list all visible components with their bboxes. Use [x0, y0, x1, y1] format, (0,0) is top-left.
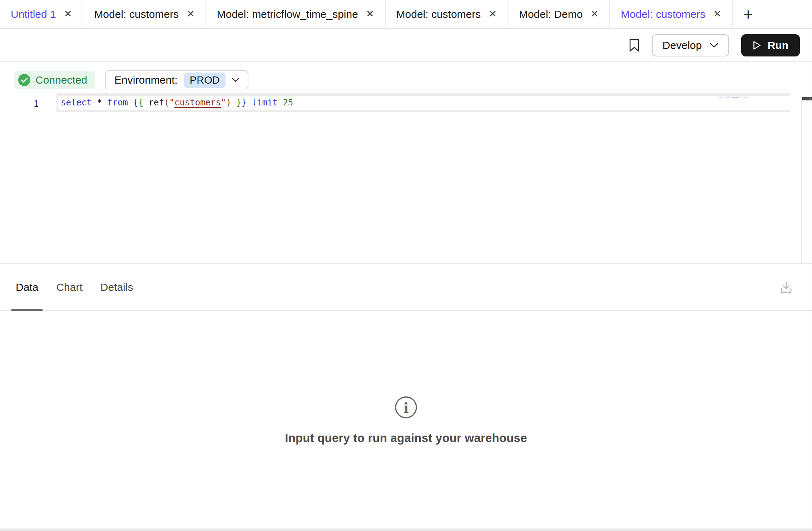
- tab-model-customers-1[interactable]: Model: customers ✕: [83, 0, 206, 28]
- tab-label: Model: Demo: [519, 8, 583, 20]
- bookmark-icon: [629, 39, 640, 52]
- environment-value-badge: PROD: [184, 73, 226, 88]
- environment-label: Environment:: [114, 74, 178, 86]
- close-icon[interactable]: ✕: [64, 9, 72, 19]
- develop-button-label: Develop: [663, 39, 702, 51]
- play-icon: [753, 41, 761, 50]
- develop-button[interactable]: Develop: [652, 34, 729, 56]
- connection-status-label: Connected: [35, 74, 87, 86]
- chevron-down-icon: [710, 43, 718, 48]
- download-icon: [780, 281, 792, 294]
- tab-data-label: Data: [16, 281, 38, 293]
- tab-model-demo[interactable]: Model: Demo ✕: [508, 0, 610, 28]
- tab-label: Model: customers: [621, 8, 705, 20]
- tab-chart[interactable]: Chart: [52, 264, 86, 310]
- check-circle-icon: [18, 74, 30, 86]
- editor-tab-bar: Untitled 1 ✕ Model: customers ✕ Model: m…: [0, 0, 812, 29]
- add-tab-button[interactable]: +: [733, 0, 763, 28]
- code-line-content[interactable]: select * from {{ ref("customers") }} lim…: [61, 96, 293, 110]
- empty-state-message: Input query to run against your warehous…: [285, 431, 527, 445]
- tab-details-label: Details: [100, 281, 133, 293]
- tab-model-customers-2[interactable]: Model: customers ✕: [386, 0, 508, 28]
- line-number-gutter: 1: [0, 96, 39, 112]
- empty-results-state: i Input query to run against your wareho…: [0, 396, 812, 445]
- line-number: 1: [34, 99, 39, 109]
- tab-label: Untitled 1: [11, 8, 56, 20]
- tab-details[interactable]: Details: [96, 264, 138, 310]
- tab-label: Model: metricflow_time_spine: [217, 8, 358, 20]
- tab-label: Model: customers: [396, 8, 481, 20]
- tab-model-customers-3[interactable]: Model: customers ✕: [610, 0, 733, 28]
- close-icon[interactable]: ✕: [590, 9, 599, 19]
- minimap-code-line: select * from {{ ref("customers") }} lim…: [719, 96, 799, 98]
- tab-data[interactable]: Data: [11, 264, 43, 310]
- editor-minimap[interactable]: select * from {{ ref("customers") }} lim…: [719, 96, 801, 111]
- svg-text:i: i: [403, 399, 409, 416]
- close-icon[interactable]: ✕: [366, 9, 374, 19]
- page-scrollbar-track[interactable]: [811, 30, 811, 528]
- download-results-button[interactable]: [780, 281, 792, 294]
- run-button[interactable]: Run: [741, 34, 800, 56]
- environment-selector[interactable]: Environment: PROD: [105, 70, 248, 90]
- ide-window: Untitled 1 ✕ Model: customers ✕ Model: m…: [0, 0, 812, 531]
- tab-model-metricflow-time-spine[interactable]: Model: metricflow_time_spine ✕: [206, 0, 386, 28]
- status-row: Connected Environment: PROD: [14, 70, 248, 90]
- close-icon[interactable]: ✕: [489, 9, 497, 19]
- bottom-panel-edge: [0, 528, 812, 531]
- chevron-down-icon: [232, 78, 239, 82]
- close-icon[interactable]: ✕: [187, 9, 195, 19]
- connection-status-badge: Connected: [14, 71, 95, 89]
- active-line-background: select * from {{ ref("customers") }} lim…: [58, 96, 790, 110]
- results-panel-body: i Input query to run against your wareho…: [0, 312, 812, 528]
- tab-label: Model: customers: [94, 8, 179, 20]
- bookmark-button[interactable]: [629, 39, 640, 52]
- toolbar: Develop Run: [0, 30, 812, 62]
- sql-code-editor[interactable]: 1 select * from {{ ref("customers") }} l…: [0, 89, 812, 263]
- close-icon[interactable]: ✕: [713, 9, 722, 19]
- results-panel-header: Data Chart Details: [0, 263, 812, 311]
- info-circle-icon: i: [394, 396, 418, 419]
- active-code-line[interactable]: select * from {{ ref("customers") }} lim…: [56, 93, 790, 112]
- tab-chart-label: Chart: [56, 281, 82, 293]
- run-button-label: Run: [768, 39, 788, 51]
- tab-untitled-1[interactable]: Untitled 1 ✕: [0, 0, 83, 28]
